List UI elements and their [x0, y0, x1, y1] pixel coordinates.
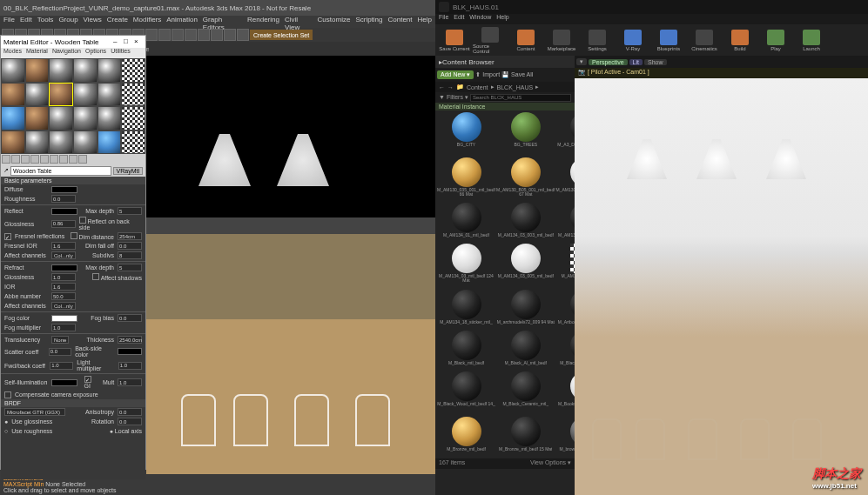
- selfillum-mult-spinner[interactable]: 1.0: [118, 378, 142, 386]
- sample-slot[interactable]: [98, 130, 122, 155]
- menu-scripting[interactable]: Scripting: [355, 16, 382, 28]
- viewport-options-button[interactable]: ▾: [576, 58, 587, 65]
- toolbar-save-current[interactable]: Save Current: [437, 30, 472, 51]
- show-end-result-icon[interactable]: [59, 155, 68, 164]
- material-editor-titlebar[interactable]: Material Editor - Wooden Table – □ ×: [1, 36, 145, 48]
- perspective-button[interactable]: Perspective: [589, 59, 628, 65]
- make-copy-icon[interactable]: [40, 155, 49, 164]
- scatter-spinner[interactable]: 0.0: [49, 348, 71, 356]
- menu-rendering[interactable]: Rendering: [247, 16, 279, 28]
- sample-slot[interactable]: [73, 58, 98, 83]
- toolbar-content[interactable]: Content: [508, 30, 543, 51]
- glossiness-spinner[interactable]: 0.86: [51, 220, 76, 228]
- tool-align[interactable]: [145, 29, 158, 41]
- menu-customize[interactable]: Customize: [318, 16, 351, 28]
- toolbar-settings[interactable]: Settings: [580, 30, 615, 51]
- anisotropy-spinner[interactable]: 0.0: [118, 408, 142, 416]
- asset-item[interactable]: M_archmodels72_009 94 Mat: [496, 290, 555, 330]
- sample-slot[interactable]: [25, 130, 50, 155]
- sample-slot[interactable]: [25, 106, 50, 130]
- asset-item[interactable]: M_AM134_03_mtl_bedf 124 Mat: [437, 244, 495, 288]
- refract-glossiness-spinner[interactable]: 1.0: [51, 273, 76, 281]
- import-button[interactable]: ⬆ Import: [475, 71, 500, 78]
- tool-render-frame[interactable]: [224, 29, 236, 41]
- asset-item[interactable]: M_Black_Wood_mtl_bedf 14_: [437, 371, 495, 416]
- sample-slot[interactable]: [49, 58, 73, 83]
- toolbar-v-ray[interactable]: V-Ray: [616, 30, 650, 51]
- subdivs-spinner[interactable]: 8: [118, 251, 142, 259]
- dim-distance-checkbox[interactable]: [71, 232, 77, 239]
- close-icon[interactable]: ×: [134, 37, 143, 46]
- sample-slot[interactable]: [73, 83, 98, 107]
- go-forward-icon[interactable]: [78, 155, 87, 164]
- sample-slot[interactable]: [49, 130, 73, 155]
- affect-shadows-checkbox[interactable]: [92, 273, 99, 280]
- view-options-button[interactable]: View Options ▾: [530, 459, 571, 468]
- gi-checkbox[interactable]: [84, 376, 91, 383]
- mat-menu-navigation[interactable]: Navigation: [52, 48, 81, 58]
- asset-item[interactable]: M_brown_mtl_bedf 89 Mat: [556, 417, 575, 457]
- show-button[interactable]: Show: [644, 59, 667, 65]
- sample-slot[interactable]: [1, 58, 25, 83]
- asset-item[interactable]: M_Black_Ceramic_mtl_: [496, 371, 555, 416]
- reflect-swatch[interactable]: [51, 208, 77, 215]
- sample-slot[interactable]: [25, 58, 50, 83]
- fog-bias-spinner[interactable]: 0.0: [118, 314, 142, 322]
- asset-item[interactable]: M_Bronze_mtl_bedf 15 Mat: [496, 417, 555, 457]
- get-material-icon[interactable]: [2, 155, 10, 164]
- ior-spinner[interactable]: 1.6: [51, 283, 76, 291]
- asset-item[interactable]: M_Artbooks_mtl_bedf 6 Mat: [556, 290, 575, 330]
- rotation-spinner[interactable]: 0.0: [118, 418, 142, 425]
- sample-slot[interactable]: [25, 83, 50, 107]
- menu-animation[interactable]: Animation: [166, 16, 198, 28]
- maximize-icon[interactable]: □: [124, 37, 132, 46]
- asset-item[interactable]: M_AM134_18_sticker_mtl_: [437, 290, 495, 330]
- sample-slot[interactable]: [1, 106, 25, 130]
- menu-file[interactable]: File: [439, 14, 448, 24]
- fog-mult-spinner[interactable]: 1.0: [51, 324, 76, 331]
- dim-distance-spinner[interactable]: 254cm: [118, 232, 142, 240]
- asset-item[interactable]: M_AM130_B05_001_mtl_bedf 67 Mat: [496, 157, 555, 202]
- lit-button[interactable]: Lit: [629, 59, 643, 65]
- compensate-exposure-checkbox[interactable]: [4, 391, 11, 398]
- fresnel-ior-spinner[interactable]: 1.6: [51, 242, 76, 250]
- asset-item[interactable]: M_Black_mtl_bedf: [437, 331, 495, 371]
- tool-render[interactable]: [237, 29, 249, 41]
- sample-slot[interactable]: [98, 83, 122, 107]
- rollout-basic-parameters[interactable]: Basic parameters: [1, 177, 145, 184]
- abbe-spinner[interactable]: 50.0: [51, 292, 76, 300]
- sample-slot[interactable]: [121, 58, 145, 83]
- reset-icon[interactable]: [30, 155, 39, 164]
- sample-slot[interactable]: [49, 106, 73, 130]
- asset-item[interactable]: BG_CITY: [437, 112, 495, 157]
- viewport-3dsmax[interactable]: [146, 56, 435, 481]
- viewport-unreal[interactable]: ▾ Perspective Lit Show 📷 [ Pilot Active …: [575, 56, 868, 495]
- use-glossiness-radio[interactable]: Use glossiness: [11, 418, 52, 425]
- dim-falloff-spinner[interactable]: 0.0: [118, 242, 142, 250]
- fog-color-swatch[interactable]: [51, 315, 77, 322]
- asset-item[interactable]: M_A3_Default_mtl_bedf 138 Mat: [556, 112, 575, 157]
- sample-slot[interactable]: [1, 83, 25, 107]
- back-icon[interactable]: ←: [439, 84, 445, 90]
- mat-menu-modes[interactable]: Modes: [3, 48, 22, 58]
- menu-help[interactable]: Help: [496, 14, 508, 24]
- asset-item[interactable]: M_AM134_03_003_mtl_bedf: [496, 203, 555, 243]
- menu-group[interactable]: Group: [58, 16, 77, 28]
- menu-content[interactable]: Content: [388, 16, 413, 28]
- affect-channels-dropdown[interactable]: Col...nly: [51, 251, 76, 259]
- toolbar-launch[interactable]: Launch: [794, 30, 829, 51]
- tool-curve-editor[interactable]: [172, 29, 184, 41]
- section-material-instance[interactable]: Material Instance: [435, 103, 575, 110]
- asset-item[interactable]: M_Black_Al_mtl_bedf: [496, 331, 555, 371]
- asset-item[interactable]: M_AM130_036_001_mtl_bedf 69 Mat: [556, 157, 575, 202]
- brdf-type-dropdown[interactable]: Microfacet GTR (GGX): [4, 408, 65, 416]
- tool-render-setup[interactable]: [211, 29, 223, 41]
- asset-item[interactable]: M_AM134_03_white_mtl: [556, 244, 575, 288]
- toolbar-build[interactable]: Build: [723, 30, 757, 51]
- use-roughness-radio[interactable]: Use roughness: [11, 428, 52, 434]
- material-name-input[interactable]: [10, 166, 111, 176]
- tool-material[interactable]: [198, 29, 210, 41]
- fresnel-checkbox[interactable]: [4, 233, 11, 240]
- light-mult-spinner[interactable]: 1.0: [118, 362, 142, 370]
- diffuse-swatch[interactable]: [51, 186, 77, 193]
